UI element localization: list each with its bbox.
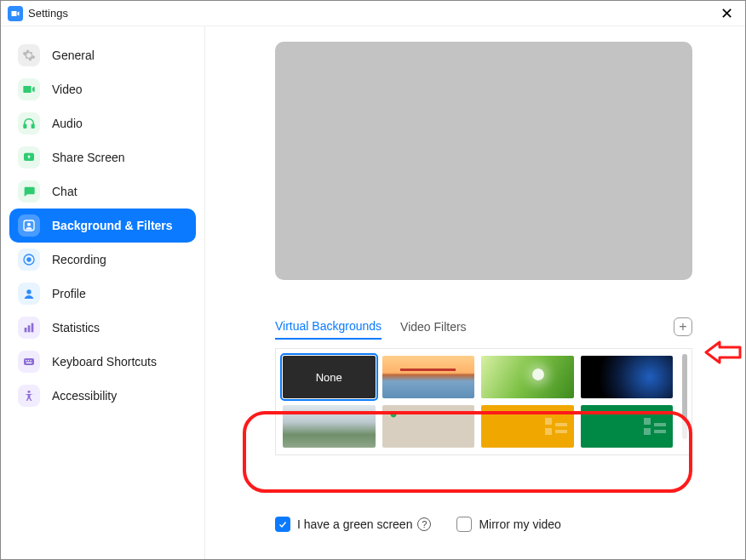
sidebar-item-audio[interactable]: Audio bbox=[9, 106, 196, 140]
video-preview bbox=[275, 42, 692, 280]
checkbox-checked-icon bbox=[275, 517, 290, 532]
bg-thumb-gold[interactable] bbox=[481, 405, 574, 448]
svg-rect-12 bbox=[26, 360, 26, 361]
sidebar-item-label: Background & Filters bbox=[52, 219, 173, 232]
sidebar-item-label: Video bbox=[52, 83, 83, 96]
svg-marker-17 bbox=[706, 342, 740, 363]
sidebar-item-share-screen[interactable]: Share Screen bbox=[9, 140, 196, 174]
svg-point-6 bbox=[26, 257, 31, 261]
sidebar-item-background-filters[interactable]: Background & Filters bbox=[9, 209, 196, 243]
svg-point-7 bbox=[26, 289, 31, 294]
svg-rect-15 bbox=[26, 363, 32, 363]
bg-thumb-none-label: None bbox=[316, 371, 342, 384]
main-panel: Virtual Backgrounds Video Filters + None bbox=[205, 26, 745, 559]
bg-thumb-tan[interactable] bbox=[382, 405, 475, 448]
bottom-controls: I have a green screen ? Mirror my video bbox=[275, 517, 692, 532]
share-screen-icon bbox=[18, 146, 40, 169]
sidebar: General Video Audio Share Screen bbox=[1, 26, 205, 559]
svg-rect-13 bbox=[28, 360, 29, 361]
titlebar: Settings ✕ bbox=[1, 1, 745, 26]
sidebar-item-label: Share Screen bbox=[52, 151, 125, 164]
profile-icon bbox=[18, 283, 40, 305]
green-screen-label: I have a green screen bbox=[297, 517, 412, 531]
svg-rect-11 bbox=[24, 358, 34, 365]
svg-point-16 bbox=[27, 391, 30, 393]
mirror-video-option[interactable]: Mirror my video bbox=[456, 517, 560, 532]
mirror-video-label: Mirror my video bbox=[479, 517, 560, 531]
chat-icon bbox=[18, 180, 40, 203]
bg-thumb-green[interactable] bbox=[581, 405, 674, 448]
sidebar-item-label: Profile bbox=[52, 287, 86, 300]
add-background-button[interactable]: + bbox=[674, 317, 692, 336]
sidebar-item-label: Recording bbox=[52, 253, 106, 266]
sidebar-item-recording[interactable]: Recording bbox=[9, 243, 196, 277]
svg-rect-9 bbox=[28, 325, 31, 332]
svg-rect-1 bbox=[32, 124, 34, 128]
close-icon[interactable]: ✕ bbox=[715, 4, 738, 23]
annotation-arrow-icon bbox=[704, 340, 742, 365]
settings-window: Settings ✕ General Video Audi bbox=[0, 0, 746, 560]
app-icon bbox=[8, 6, 23, 21]
sidebar-item-label: Accessibility bbox=[52, 389, 117, 403]
headphones-icon bbox=[18, 112, 40, 134]
sidebar-item-label: Audio bbox=[52, 117, 83, 130]
checkbox-unchecked-icon bbox=[456, 517, 472, 532]
sidebar-item-label: Keyboard Shortcuts bbox=[52, 355, 157, 369]
backgrounds-grid: None bbox=[275, 348, 692, 455]
bg-thumb-earth[interactable] bbox=[581, 356, 674, 398]
bg-thumb-bridge[interactable] bbox=[382, 356, 475, 398]
bg-thumb-grass[interactable] bbox=[481, 356, 574, 398]
svg-rect-10 bbox=[32, 323, 34, 333]
svg-point-4 bbox=[27, 223, 31, 226]
tab-video-filters[interactable]: Video Filters bbox=[400, 315, 467, 339]
record-icon bbox=[18, 249, 40, 271]
sidebar-item-label: Statistics bbox=[52, 321, 100, 334]
svg-rect-8 bbox=[25, 328, 27, 332]
sidebar-item-label: Chat bbox=[52, 185, 77, 198]
gear-icon bbox=[18, 44, 40, 66]
person-square-icon bbox=[18, 214, 40, 237]
sidebar-item-profile[interactable]: Profile bbox=[9, 277, 196, 311]
sidebar-item-label: General bbox=[52, 49, 95, 62]
bg-thumb-none[interactable]: None bbox=[283, 356, 376, 398]
tab-virtual-backgrounds[interactable]: Virtual Backgrounds bbox=[275, 314, 382, 340]
sidebar-item-video[interactable]: Video bbox=[9, 72, 196, 106]
camera-icon bbox=[18, 78, 40, 100]
plus-icon: + bbox=[679, 320, 686, 334]
keyboard-icon bbox=[18, 351, 40, 373]
svg-rect-14 bbox=[30, 360, 31, 361]
sidebar-item-keyboard-shortcuts[interactable]: Keyboard Shortcuts bbox=[9, 345, 196, 379]
sidebar-item-general[interactable]: General bbox=[9, 38, 196, 72]
accessibility-icon bbox=[18, 385, 40, 407]
sidebar-item-chat[interactable]: Chat bbox=[9, 174, 196, 209]
bg-thumb-campus[interactable] bbox=[283, 405, 376, 448]
statistics-icon bbox=[18, 317, 40, 339]
thumbs-scrollbar[interactable] bbox=[680, 349, 691, 454]
tabs-row: Virtual Backgrounds Video Filters + bbox=[275, 314, 692, 340]
sidebar-item-statistics[interactable]: Statistics bbox=[9, 311, 196, 345]
help-icon[interactable]: ? bbox=[417, 517, 431, 531]
sidebar-item-accessibility[interactable]: Accessibility bbox=[9, 379, 196, 413]
window-title: Settings bbox=[28, 7, 68, 20]
green-screen-option[interactable]: I have a green screen ? bbox=[275, 517, 431, 532]
svg-rect-0 bbox=[24, 124, 26, 128]
